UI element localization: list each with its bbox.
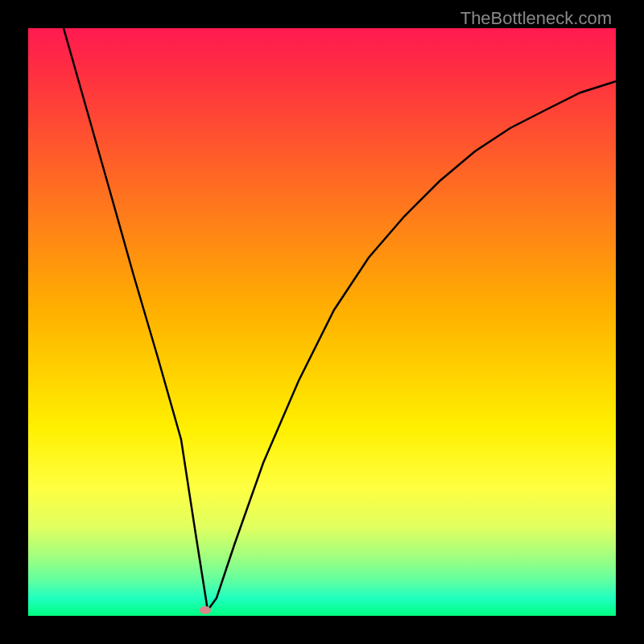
- curve-path: [64, 28, 616, 610]
- min-marker: [200, 606, 211, 614]
- bottleneck-curve: [28, 28, 616, 616]
- watermark-text: TheBottleneck.com: [460, 8, 612, 29]
